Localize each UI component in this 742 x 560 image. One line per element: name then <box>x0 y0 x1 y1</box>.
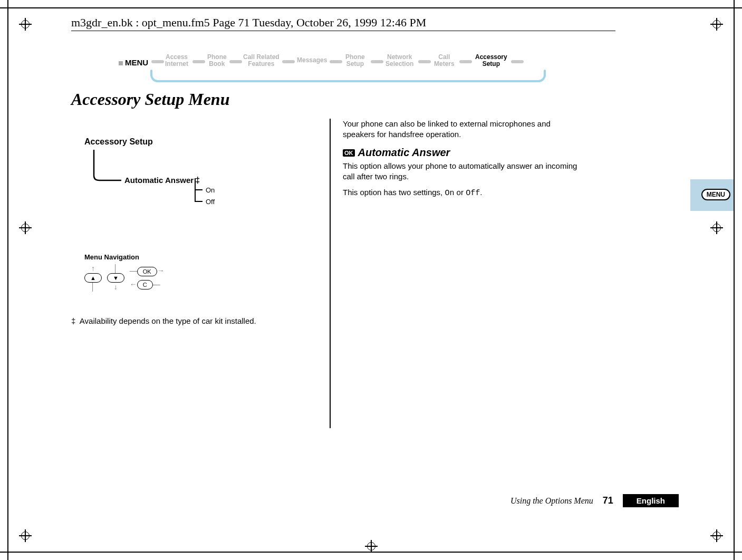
breadcrumb-connector-icon <box>229 60 242 63</box>
key-ok-button: OK <box>137 267 157 276</box>
breadcrumb: MENU AccessInternet PhoneBook Call Relat… <box>119 52 541 78</box>
ok-badge-icon: OK <box>343 149 355 157</box>
breadcrumb-item: Messages <box>297 57 327 64</box>
registration-mark-icon <box>19 18 32 31</box>
breadcrumb-item: Call RelatedFeatures <box>243 54 280 67</box>
language-badge: English <box>623 494 679 507</box>
dash-icon: — <box>153 280 160 288</box>
menu-navigation-legend: Menu Navigation ↑ ▲ │ │ ▼ ↓ —OK→ ←C— <box>84 253 165 291</box>
page-number: 71 <box>603 495 613 506</box>
tree-option-off: Off <box>206 198 215 206</box>
key-up-button: ▲ <box>84 273 102 283</box>
arrow-up-hint-icon: │ <box>107 264 124 273</box>
breadcrumb-item-active: AccessorySetup <box>475 54 507 67</box>
tree-branch-icon <box>94 150 121 180</box>
page-title: Accessory Setup Menu <box>71 90 229 109</box>
breadcrumb-item: NetworkSelection <box>386 54 413 67</box>
breadcrumb-connector-icon <box>192 60 205 63</box>
right-column: Your phone can also be linked to externa… <box>343 119 580 199</box>
arrow-down-hint-icon: │ <box>84 283 102 291</box>
registration-mark-icon <box>365 540 378 553</box>
arrow-up-icon: ↑ <box>84 264 102 273</box>
breadcrumb-connector-icon <box>511 60 524 63</box>
footer: Using the Options Menu 71 English <box>510 494 679 507</box>
tree-option-on: On <box>206 186 215 194</box>
arrow-down-icon: ↓ <box>107 283 124 291</box>
footer-section-title: Using the Options Menu <box>510 496 593 506</box>
registration-mark-icon <box>19 529 32 542</box>
crop-line-right <box>734 0 735 560</box>
intro-paragraph: Your phone can also be linked to externa… <box>343 119 580 140</box>
tree-child-label: Automatic Answer‡ <box>124 176 200 185</box>
registration-mark-icon <box>710 221 723 234</box>
section-heading: OKAutomatic Answer <box>343 147 580 159</box>
running-head: m3gdr_en.bk : opt_menu.fm5 Page 71 Tuesd… <box>71 16 426 30</box>
dash-icon: — <box>130 266 137 275</box>
arrow-left-icon: ← <box>130 280 137 288</box>
breadcrumb-connector-icon <box>459 60 472 63</box>
breadcrumb-connector-icon <box>418 60 431 63</box>
arrow-right-icon: → <box>157 266 165 275</box>
breadcrumb-connector-icon <box>151 60 164 63</box>
breadcrumb-connector-icon <box>371 60 383 63</box>
breadcrumb-connector-icon <box>330 60 342 63</box>
breadcrumb-item: CallMeters <box>434 54 455 67</box>
column-divider <box>330 119 331 428</box>
key-c-button: C <box>137 280 153 289</box>
registration-mark-icon <box>710 529 723 542</box>
crop-line-left <box>7 0 8 560</box>
tree-root-label: Accessory Setup <box>84 137 316 147</box>
menu-square-icon <box>119 61 123 65</box>
registration-mark-icon <box>710 18 723 31</box>
breadcrumb-menu-label: MENU <box>119 58 148 67</box>
breadcrumb-path-line <box>150 74 546 82</box>
side-tab-label: MENU <box>701 189 730 200</box>
breadcrumb-connector-icon <box>282 60 295 63</box>
menu-navigation-title: Menu Navigation <box>84 253 165 261</box>
breadcrumb-item: PhoneSetup <box>345 54 365 67</box>
registration-mark-icon <box>19 221 32 234</box>
menu-tree-diagram: Accessory Setup Automatic Answer‡ On Off <box>84 137 316 223</box>
footnote: ‡ Availability depends on the type of ca… <box>71 316 256 325</box>
breadcrumb-item: AccessInternet <box>165 54 188 67</box>
body-paragraph: This option allows your phone to automat… <box>343 161 580 182</box>
body-paragraph: This option has two settings, On or Off. <box>343 187 580 199</box>
breadcrumb-item: PhoneBook <box>207 54 227 67</box>
header-rule <box>71 31 615 31</box>
key-down-button: ▼ <box>107 273 124 283</box>
crop-line-top <box>0 7 742 8</box>
